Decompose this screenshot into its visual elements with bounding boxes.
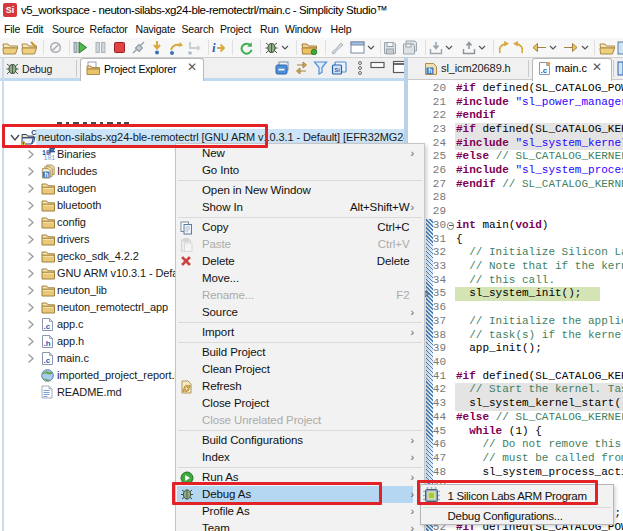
svg-text:101: 101 bbox=[44, 155, 56, 162]
svg-text:h: h bbox=[428, 67, 432, 74]
svg-text:.c: .c bbox=[44, 322, 51, 331]
svg-text:Si: Si bbox=[335, 67, 341, 73]
svg-text:.h: .h bbox=[44, 339, 51, 348]
svg-text:.c: .c bbox=[44, 356, 51, 365]
svg-text:i: i bbox=[212, 40, 216, 55]
svg-text:.c: .c bbox=[541, 66, 548, 75]
svg-text:h: h bbox=[44, 170, 48, 177]
